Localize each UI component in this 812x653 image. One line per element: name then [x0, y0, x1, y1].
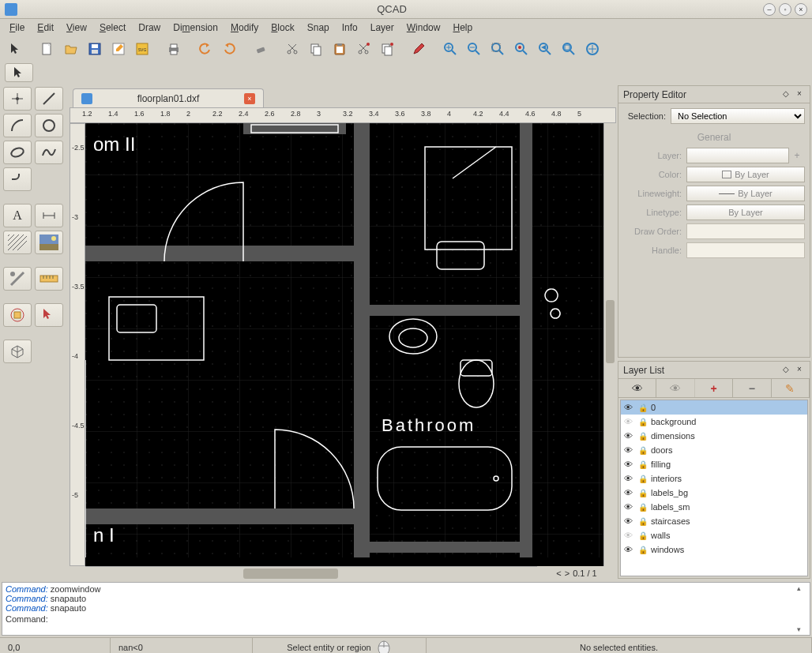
- close-panel-icon[interactable]: ×: [794, 89, 805, 100]
- prop-input[interactable]: [686, 242, 805, 258]
- save-button[interactable]: [84, 39, 106, 59]
- show-all-layers-button[interactable]: 👁: [618, 379, 656, 397]
- menu-select[interactable]: Select: [93, 21, 132, 35]
- layer-row[interactable]: 👁🔒labels_bg: [621, 486, 807, 500]
- ruler-tool[interactable]: [35, 267, 63, 291]
- undo-button[interactable]: [194, 39, 216, 59]
- menu-edit[interactable]: Edit: [31, 21, 60, 35]
- layer-row[interactable]: 👁🔒labels_sm: [621, 500, 807, 514]
- close-panel-icon[interactable]: ×: [794, 365, 805, 376]
- hatch-tool[interactable]: [3, 231, 32, 254]
- prop-input[interactable]: [686, 223, 805, 239]
- menu-draw[interactable]: Draw: [132, 21, 167, 35]
- visibility-icon[interactable]: 👁: [624, 474, 635, 483]
- point-tool[interactable]: [3, 87, 32, 111]
- copy-button[interactable]: [305, 39, 327, 59]
- erase-button[interactable]: [250, 39, 272, 59]
- menu-view[interactable]: View: [60, 21, 93, 35]
- layer-row[interactable]: 👁🔒staircases: [621, 514, 807, 528]
- menu-block[interactable]: Block: [265, 21, 300, 35]
- visibility-icon[interactable]: 👁: [624, 417, 635, 426]
- menu-layer[interactable]: Layer: [364, 21, 400, 35]
- prop-select[interactable]: By Layer: [686, 205, 805, 220]
- menu-info[interactable]: Info: [336, 21, 364, 35]
- prop-select[interactable]: By Layer: [686, 186, 805, 201]
- file-tab[interactable]: floorplan01.dxf ×: [73, 88, 264, 107]
- visibility-icon[interactable]: 👁: [624, 445, 635, 455]
- maximize-button[interactable]: ◦: [779, 3, 791, 16]
- copy-ref-button[interactable]: [376, 39, 398, 59]
- zoom-window-button[interactable]: [558, 39, 580, 59]
- lock-icon[interactable]: 🔒: [638, 475, 648, 483]
- isometric-tool[interactable]: [3, 340, 32, 363]
- export-svg-button[interactable]: SVG: [131, 39, 153, 59]
- prop-select[interactable]: [686, 148, 789, 163]
- layer-row[interactable]: 👁🔒0: [621, 400, 807, 415]
- menu-file[interactable]: File: [3, 21, 31, 35]
- layer-list[interactable]: 👁🔒0👁🔒background👁🔒dimensions👁🔒doors👁🔒fill…: [620, 400, 808, 576]
- layer-row[interactable]: 👁🔒dimensions: [621, 429, 807, 443]
- lock-icon[interactable]: 🔒: [638, 489, 648, 497]
- layer-row[interactable]: 👁🔒walls: [621, 528, 807, 542]
- lock-icon[interactable]: 🔒: [638, 531, 648, 540]
- menu-dimension[interactable]: Dimension: [167, 21, 224, 35]
- scroll-up-button[interactable]: ▴: [797, 584, 808, 592]
- measure-tool[interactable]: [3, 267, 32, 291]
- zoom-previous-button[interactable]: [534, 39, 556, 59]
- lock-icon[interactable]: 🔒: [638, 503, 648, 512]
- menu-modify[interactable]: Modify: [224, 21, 265, 35]
- visibility-icon[interactable]: 👁: [624, 403, 635, 412]
- undock-icon[interactable]: ◇: [780, 89, 791, 100]
- pencil-button[interactable]: [408, 39, 430, 59]
- redo-button[interactable]: [218, 39, 240, 59]
- add-layer-icon[interactable]: +: [789, 150, 805, 161]
- menu-window[interactable]: Window: [400, 21, 447, 35]
- snap-tool[interactable]: [3, 303, 32, 327]
- spline-tool[interactable]: [35, 141, 63, 164]
- image-tool[interactable]: [35, 231, 63, 254]
- menu-snap[interactable]: Snap: [301, 21, 336, 35]
- cut-ref-button[interactable]: [352, 39, 374, 59]
- lock-icon[interactable]: 🔒: [638, 403, 648, 412]
- drawing-canvas[interactable]: om II Bathroom n I: [85, 123, 603, 566]
- lock-icon[interactable]: 🔒: [638, 517, 648, 526]
- line-tool[interactable]: [35, 87, 63, 111]
- paste-button[interactable]: [329, 39, 351, 59]
- visibility-icon[interactable]: 👁: [624, 516, 635, 526]
- pointer-tool-2[interactable]: [5, 63, 33, 82]
- close-tab-button[interactable]: ×: [244, 93, 255, 104]
- layer-row[interactable]: 👁🔒filling: [621, 457, 807, 471]
- horizontal-scrollbar[interactable]: [85, 566, 537, 580]
- text-tool[interactable]: A: [3, 204, 32, 227]
- zoom-out-button[interactable]: [463, 39, 485, 59]
- zoom-selection-button[interactable]: [510, 39, 532, 59]
- cut-button[interactable]: [281, 39, 303, 59]
- command-input[interactable]: [51, 614, 806, 624]
- prop-select[interactable]: By Layer: [686, 167, 805, 182]
- print-button[interactable]: [163, 39, 185, 59]
- scroll-down-button[interactable]: ▾: [797, 625, 808, 633]
- layer-row[interactable]: 👁🔒windows: [621, 542, 807, 557]
- lock-icon[interactable]: 🔒: [638, 546, 648, 554]
- close-button[interactable]: ×: [795, 3, 807, 16]
- edit-layer-button[interactable]: ✎: [772, 379, 810, 397]
- visibility-icon[interactable]: 👁: [624, 488, 635, 497]
- save-as-button[interactable]: [107, 39, 130, 59]
- selection-filter-tool[interactable]: [35, 303, 63, 327]
- polyline-tool[interactable]: [3, 167, 32, 191]
- visibility-icon[interactable]: 👁: [624, 502, 635, 512]
- arc-tool[interactable]: [3, 114, 32, 137]
- visibility-icon[interactable]: 👁: [624, 531, 635, 540]
- ellipse-tool[interactable]: [3, 141, 32, 164]
- minimize-button[interactable]: –: [763, 3, 776, 16]
- layer-row[interactable]: 👁🔒doors: [621, 443, 807, 457]
- new-file-button[interactable]: [36, 39, 58, 59]
- visibility-icon[interactable]: 👁: [624, 460, 635, 469]
- circle-tool[interactable]: [35, 114, 63, 137]
- menu-help[interactable]: Help: [446, 21, 479, 35]
- prev-page-button[interactable]: <: [556, 569, 561, 578]
- dimension-tool[interactable]: [35, 204, 63, 227]
- undock-icon[interactable]: ◇: [780, 365, 791, 376]
- vertical-scrollbar[interactable]: [603, 123, 616, 566]
- add-layer-button[interactable]: +: [695, 379, 733, 397]
